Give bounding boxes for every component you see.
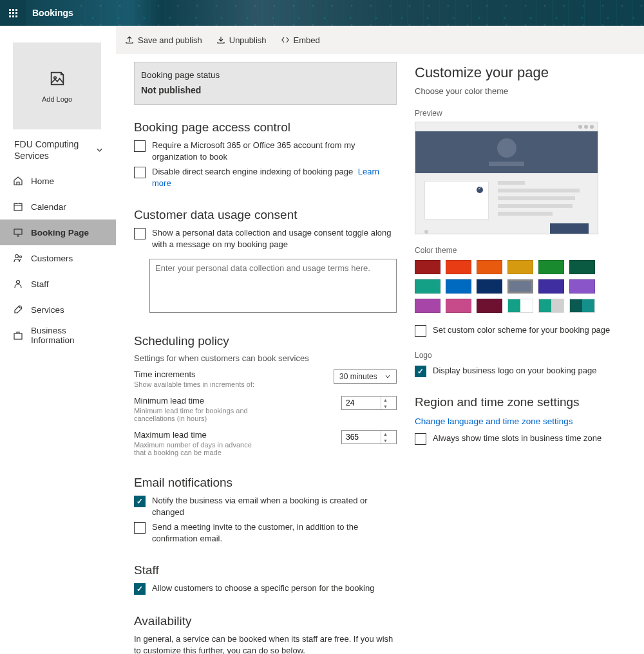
color-swatch[interactable] bbox=[538, 279, 564, 294]
color-swatch[interactable] bbox=[415, 260, 440, 274]
btn-label: Save and publish bbox=[138, 35, 202, 45]
color-swatch[interactable] bbox=[446, 260, 471, 274]
min-lead-field[interactable] bbox=[342, 398, 381, 407]
nav-booking-page[interactable]: Booking Page bbox=[0, 220, 116, 245]
require-account-checkbox[interactable] bbox=[134, 140, 146, 152]
consent-label: Show a personal data collection and usag… bbox=[152, 227, 397, 250]
custom-color-checkbox[interactable] bbox=[415, 325, 426, 337]
color-swatch[interactable] bbox=[569, 279, 595, 294]
home-icon bbox=[13, 176, 23, 186]
nav-calendar[interactable]: Calendar bbox=[0, 194, 116, 220]
max-lead-hint: Maximum number of days in advance that a… bbox=[134, 441, 263, 456]
svg-point-3 bbox=[15, 255, 19, 258]
nav-list: Home Calendar Booking Page Customers Sta… bbox=[0, 168, 116, 348]
customers-icon bbox=[13, 253, 23, 263]
org-selector[interactable]: FDU Computing Services bbox=[0, 129, 116, 168]
step-down[interactable]: ▼ bbox=[381, 403, 390, 409]
color-swatch-half[interactable] bbox=[507, 299, 533, 313]
svg-rect-6 bbox=[14, 333, 22, 339]
min-lead-hint: Minimum lead time for bookings and cance… bbox=[134, 407, 263, 422]
status-box: Booking page status Not published bbox=[134, 62, 397, 105]
image-icon bbox=[48, 70, 66, 88]
preview-label: Preview bbox=[415, 109, 626, 118]
app-launcher[interactable] bbox=[0, 0, 26, 26]
step-up[interactable]: ▲ bbox=[381, 397, 390, 403]
add-logo-label: Add Logo bbox=[42, 95, 72, 103]
color-theme-label: Color theme bbox=[415, 246, 626, 255]
status-label: Booking page status bbox=[141, 70, 390, 80]
choose-staff-checkbox[interactable] bbox=[134, 583, 146, 595]
save-publish-button[interactable]: Save and publish bbox=[125, 35, 202, 45]
toolbar: Save and publish Unpublish Embed bbox=[116, 26, 644, 54]
step-up[interactable]: ▲ bbox=[381, 431, 390, 437]
color-swatch[interactable] bbox=[446, 279, 471, 294]
consent-textarea[interactable] bbox=[149, 259, 397, 313]
business-time-checkbox[interactable] bbox=[415, 433, 426, 445]
nav-home[interactable]: Home bbox=[0, 168, 116, 194]
add-logo-button[interactable]: Add Logo bbox=[13, 42, 101, 129]
chevron-down-icon bbox=[96, 145, 103, 154]
choose-staff-label: Allow customers to choose a specific per… bbox=[152, 583, 374, 594]
step-down[interactable]: ▼ bbox=[381, 437, 390, 444]
region-title: Region and time zone settings bbox=[415, 395, 626, 409]
disable-indexing-checkbox[interactable] bbox=[134, 167, 146, 178]
color-swatch[interactable] bbox=[477, 279, 502, 294]
color-swatch[interactable] bbox=[477, 299, 502, 313]
waffle-icon bbox=[9, 9, 17, 17]
nav-label: Calendar bbox=[31, 202, 66, 212]
max-lead-field[interactable] bbox=[342, 433, 381, 442]
min-lead-input[interactable]: ▲▼ bbox=[341, 396, 397, 410]
color-swatch[interactable] bbox=[415, 299, 440, 313]
btn-label: Unpublish bbox=[229, 35, 267, 45]
upload-icon bbox=[125, 35, 134, 44]
nav-customers[interactable]: Customers bbox=[0, 245, 116, 271]
nav-staff[interactable]: Staff bbox=[0, 271, 116, 297]
dropdown-value: 30 minutes bbox=[339, 372, 377, 381]
color-swatch-half[interactable] bbox=[569, 299, 595, 313]
monitor-icon bbox=[13, 227, 23, 238]
color-swatch[interactable] bbox=[569, 260, 595, 274]
nav-label: Booking Page bbox=[31, 228, 89, 238]
business-time-label: Always show time slots in business time … bbox=[433, 433, 601, 444]
notify-business-checkbox[interactable] bbox=[134, 496, 146, 507]
availability-text: In general, a service can be booked when… bbox=[134, 633, 397, 654]
time-increments-label: Time increments bbox=[134, 369, 196, 379]
customize-title: Customize your page bbox=[415, 64, 626, 81]
min-lead-label: Minimum lead time bbox=[134, 396, 204, 406]
color-swatch[interactable] bbox=[415, 279, 440, 294]
max-lead-label: Maximum lead time bbox=[134, 430, 207, 440]
nav-business-info[interactable]: Business Information bbox=[0, 322, 116, 348]
embed-button[interactable]: Embed bbox=[281, 35, 320, 45]
scheduling-subtitle: Settings for when customers can book ser… bbox=[134, 353, 397, 363]
download-icon bbox=[216, 35, 225, 44]
nav-label: Customers bbox=[31, 254, 73, 263]
color-swatch[interactable] bbox=[507, 279, 533, 294]
color-swatch[interactable] bbox=[538, 260, 564, 274]
color-swatch[interactable] bbox=[446, 299, 471, 313]
main-content: Save and publish Unpublish Embed Booking… bbox=[116, 26, 644, 654]
svg-point-4 bbox=[20, 256, 22, 258]
color-swatch[interactable] bbox=[477, 260, 502, 274]
app-header: Bookings bbox=[0, 0, 644, 26]
color-swatch[interactable] bbox=[507, 260, 533, 274]
svg-rect-1 bbox=[14, 203, 22, 210]
access-control-title: Booking page access control bbox=[134, 120, 397, 135]
nav-services[interactable]: Services bbox=[0, 297, 116, 322]
nav-label: Home bbox=[31, 176, 54, 186]
wrench-icon bbox=[13, 304, 23, 315]
staff-title: Staff bbox=[134, 563, 397, 577]
max-lead-input[interactable]: ▲▼ bbox=[341, 430, 397, 444]
time-increments-dropdown[interactable]: 30 minutes bbox=[334, 369, 397, 384]
consent-checkbox[interactable] bbox=[134, 228, 146, 239]
unpublish-button[interactable]: Unpublish bbox=[216, 35, 267, 45]
nav-label: Services bbox=[31, 305, 64, 315]
app-name: Bookings bbox=[32, 8, 73, 18]
color-swatch-half[interactable] bbox=[538, 299, 564, 313]
send-invite-checkbox[interactable] bbox=[134, 522, 146, 534]
display-logo-checkbox[interactable] bbox=[415, 366, 426, 377]
logo-section-label: Logo bbox=[415, 351, 626, 360]
nav-label: Business Information bbox=[31, 326, 103, 345]
region-settings-link[interactable]: Change language and time zone settings bbox=[415, 416, 573, 426]
nav-label: Staff bbox=[31, 279, 49, 289]
staff-icon bbox=[13, 279, 23, 289]
